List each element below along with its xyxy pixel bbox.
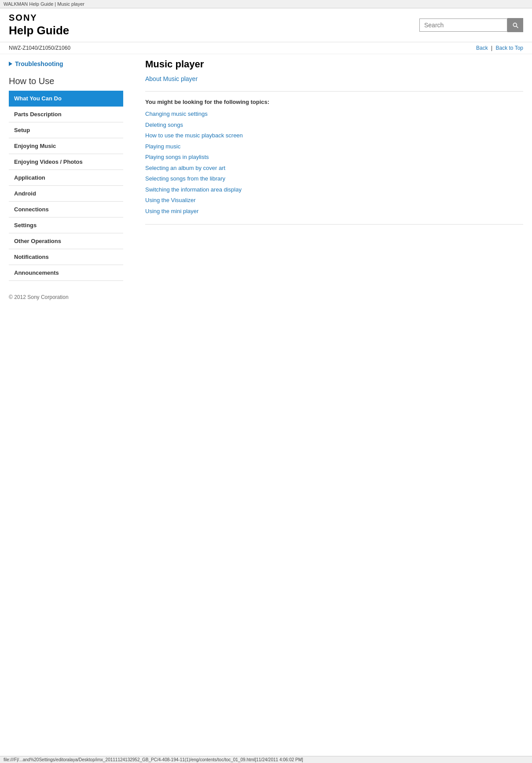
sidebar-item-connections[interactable]: Connections	[9, 202, 123, 217]
topic-link-changing-music-settings[interactable]: Changing music settings	[145, 110, 523, 118]
content-divider	[145, 91, 523, 92]
sidebar-item-announcements[interactable]: Announcements	[9, 265, 123, 281]
copyright: © 2012 Sony Corporation	[9, 294, 69, 300]
how-to-use-heading: How to Use	[9, 76, 123, 86]
sony-logo: SONY	[9, 13, 69, 23]
sidebar: Troubleshooting How to Use What You Can …	[9, 59, 132, 281]
subheader: NWZ-Z1040/Z1050/Z1060 Back | Back to Top	[0, 42, 532, 54]
model-number: NWZ-Z1040/Z1050/Z1060	[9, 45, 70, 51]
troubleshooting-link[interactable]: Troubleshooting	[9, 59, 123, 69]
topics-heading: You might be looking for the following t…	[145, 99, 523, 105]
sidebar-item-enjoying-music[interactable]: Enjoying Music	[9, 138, 123, 154]
topic-link-selecting-an-album-by-cover-art[interactable]: Selecting an album by cover art	[145, 164, 523, 173]
topic-link-how-to-use-the-music-playback-screen[interactable]: How to use the music playback screen	[145, 131, 523, 140]
bottom-divider	[145, 224, 523, 225]
browser-title-bar: WALKMAN Help Guide | Music player	[0, 0, 532, 8]
topic-link-using-the-visualizer[interactable]: Using the Visualizer	[145, 196, 523, 205]
footer: © 2012 Sony Corporation	[0, 285, 532, 305]
sidebar-nav: What You Can DoParts DescriptionSetupEnj…	[9, 91, 123, 281]
search-icon	[512, 22, 519, 29]
sidebar-item-enjoying-videos---photos[interactable]: Enjoying Videos / Photos	[9, 154, 123, 170]
header-branding: SONY Help Guide	[9, 13, 69, 37]
topic-links-container: Changing music settingsDeleting songsHow…	[145, 110, 523, 215]
nav-separator: |	[491, 45, 492, 51]
sidebar-item-other-operations[interactable]: Other Operations	[9, 233, 123, 249]
sidebar-item-what-you-can-do[interactable]: What You Can Do	[9, 91, 123, 107]
page-title: Music player	[145, 59, 523, 70]
subheader-nav: Back | Back to Top	[476, 45, 523, 51]
sidebar-item-parts-description[interactable]: Parts Description	[9, 107, 123, 122]
topic-link-deleting-songs[interactable]: Deleting songs	[145, 121, 523, 129]
main-container: Troubleshooting How to Use What You Can …	[0, 54, 532, 285]
topic-link-playing-music[interactable]: Playing music	[145, 142, 523, 151]
browser-title: WALKMAN Help Guide | Music player	[4, 1, 84, 7]
help-guide-title: Help Guide	[9, 24, 69, 37]
chevron-right-icon	[9, 62, 12, 66]
back-link[interactable]: Back	[476, 45, 488, 51]
search-area	[419, 18, 523, 32]
content-area: Music player About Music player You migh…	[132, 59, 523, 281]
sidebar-item-settings[interactable]: Settings	[9, 217, 123, 233]
troubleshooting-label: Troubleshooting	[15, 60, 63, 67]
sidebar-item-android[interactable]: Android	[9, 186, 123, 202]
sidebar-item-setup[interactable]: Setup	[9, 122, 123, 138]
sidebar-item-application[interactable]: Application	[9, 170, 123, 186]
about-link[interactable]: About Music player	[145, 75, 523, 82]
search-input[interactable]	[419, 18, 507, 32]
header: SONY Help Guide	[0, 8, 532, 42]
sidebar-item-notifications[interactable]: Notifications	[9, 249, 123, 265]
topic-link-using-the-mini-player[interactable]: Using the mini player	[145, 207, 523, 216]
topic-link-selecting-songs-from-the-library[interactable]: Selecting songs from the library	[145, 174, 523, 183]
topic-link-playing-songs-in-playlists[interactable]: Playing songs in playlists	[145, 153, 523, 162]
back-to-top-link[interactable]: Back to Top	[496, 45, 523, 51]
topic-link-switching-the-information-area-display[interactable]: Switching the information area display	[145, 185, 523, 194]
search-button[interactable]	[507, 18, 523, 32]
